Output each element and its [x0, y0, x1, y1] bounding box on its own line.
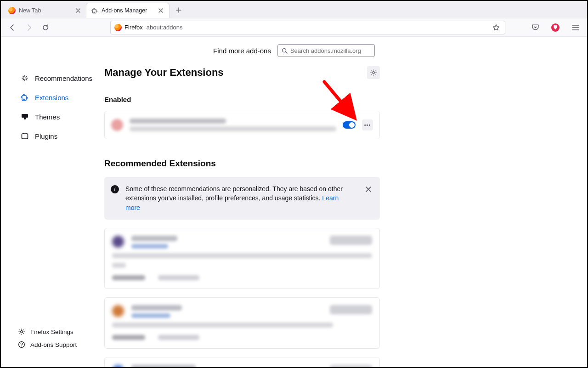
gear-icon: [17, 328, 26, 336]
svg-rect-3: [22, 134, 28, 139]
sidebar-item-label: Plugins: [35, 132, 57, 140]
svg-point-6: [21, 346, 22, 346]
extension-text-redacted: [131, 305, 322, 318]
recommended-section-heading: Recommended Extensions: [104, 159, 380, 169]
extension-icon: [111, 119, 123, 131]
find-more-label: Find more add-ons: [213, 47, 271, 55]
extension-text-redacted: [131, 236, 322, 249]
banner-close-button[interactable]: [363, 184, 373, 194]
extension-icon: [112, 365, 124, 367]
sidebar-item-extensions[interactable]: Extensions: [17, 89, 100, 106]
svg-point-7: [373, 72, 375, 74]
banner-text: Some of these recommendations are person…: [125, 184, 354, 212]
firefox-favicon-icon: [8, 7, 16, 14]
extension-icon: [112, 305, 124, 317]
category-sidebar: Recommendations Extensions Themes: [1, 62, 104, 367]
recommended-extension-card[interactable]: [104, 297, 380, 349]
sidebar-item-plugins[interactable]: Plugins: [17, 128, 100, 144]
firefox-identity-icon: [114, 24, 122, 31]
info-icon: i: [111, 185, 119, 193]
sidebar-item-label: Extensions: [35, 94, 68, 102]
sparkle-icon: [20, 74, 29, 83]
bookmark-star-icon[interactable]: [491, 23, 501, 33]
extension-more-button[interactable]: •••: [362, 119, 373, 130]
footer-label: Firefox Settings: [30, 328, 74, 335]
page-title: Manage Your Extensions: [104, 67, 367, 79]
addons-support-link[interactable]: Add-ons Support: [17, 340, 100, 349]
enabled-section-heading: Enabled: [104, 96, 380, 103]
extension-text-redacted: [131, 365, 322, 367]
addons-tools-button[interactable]: [367, 66, 380, 79]
identity-label: Firefox: [124, 24, 143, 31]
svg-rect-2: [24, 118, 26, 119]
back-button[interactable]: [6, 21, 19, 34]
tab-title: New Tab: [19, 7, 71, 14]
identity-box[interactable]: Firefox: [114, 24, 143, 31]
main-panel: Manage Your Extensions Enabled ••: [104, 62, 384, 367]
reload-button[interactable]: [39, 21, 52, 34]
add-to-firefox-button[interactable]: [330, 365, 372, 367]
extension-icon: [112, 236, 124, 248]
addons-page: Find more add-ons Recommendations: [1, 38, 587, 367]
tab-addons-manager[interactable]: Add-ons Manager: [86, 3, 169, 18]
sidebar-item-themes[interactable]: Themes: [17, 108, 100, 125]
tab-new-tab[interactable]: New Tab: [4, 3, 86, 18]
extension-enable-toggle[interactable]: [343, 121, 356, 129]
nav-toolbar: Firefox about:addons: [1, 18, 587, 37]
pocket-icon[interactable]: [528, 21, 542, 34]
paintbrush-icon: [20, 112, 29, 121]
url-bar[interactable]: Firefox about:addons: [110, 21, 505, 34]
sidebar-item-label: Themes: [35, 113, 60, 121]
recommended-extension-card[interactable]: [104, 228, 380, 289]
svg-rect-1: [22, 114, 28, 118]
add-to-firefox-button[interactable]: [330, 236, 372, 245]
add-to-firefox-button[interactable]: [330, 305, 372, 314]
personalization-banner: i Some of these recommendations are pers…: [104, 177, 380, 220]
sidebar-item-label: Recommendations: [35, 74, 92, 82]
new-tab-button[interactable]: [172, 3, 186, 17]
tab-close-icon[interactable]: [157, 7, 164, 14]
sidebar-item-recommendations[interactable]: Recommendations: [17, 70, 100, 86]
puzzle-piece-icon: [91, 7, 98, 14]
tab-strip: New Tab Add-ons Manager: [1, 1, 587, 18]
extension-text-redacted: [130, 119, 336, 131]
addons-search-input[interactable]: [290, 47, 371, 54]
help-icon: [17, 340, 26, 349]
footer-label: Add-ons Support: [30, 341, 77, 348]
svg-point-4: [21, 331, 23, 333]
firefox-settings-link[interactable]: Firefox Settings: [17, 328, 100, 336]
addons-search-box[interactable]: [277, 44, 375, 57]
extension-toolbar-icon[interactable]: [548, 21, 562, 34]
tab-title: Add-ons Manager: [102, 7, 154, 14]
url-text: about:addons: [147, 24, 183, 31]
recommended-extension-card[interactable]: [104, 357, 380, 367]
puzzle-piece-icon: [20, 93, 29, 102]
plugin-block-icon: [20, 131, 29, 141]
tab-close-icon[interactable]: [74, 7, 82, 14]
app-menu-button[interactable]: [569, 21, 582, 34]
search-icon: [282, 48, 288, 54]
enabled-extension-card[interactable]: •••: [104, 111, 380, 139]
forward-button[interactable]: [22, 21, 36, 34]
